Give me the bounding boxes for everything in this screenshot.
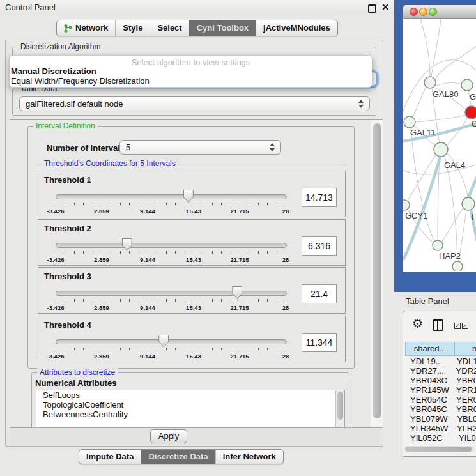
list-item-topologicalcoefficient[interactable]: TopologicalCoefficient [36,400,344,410]
scrollbar-thumb[interactable] [373,123,381,418]
spinner-stepper-icon[interactable] [270,143,275,151]
threshold-slider-thumb[interactable] [183,190,194,203]
combo-stepper-icon[interactable] [358,100,364,108]
slider-tick [286,251,286,256]
zoom-traffic-light-icon[interactable] [429,8,437,16]
slider-tick-label: 28 [282,353,289,360]
table-row[interactable]: YIL052CYIL0 [405,433,476,443]
table-row[interactable]: YBR043CYBR0 [405,376,476,385]
table-row[interactable]: YER054CYER0 [405,395,476,404]
network-edge [413,86,426,117]
tab-style[interactable]: Style [115,20,150,36]
table-row[interactable]: YLR345WYLR3 [405,424,476,433]
network-edge-thick [469,174,476,197]
slider-tick [157,203,157,205]
threshold-value-field[interactable]: 14.713 [302,188,337,207]
network-canvas[interactable]: GAL80GACGAL11GAL4GCY1HHAP2 [403,19,476,271]
tab-network[interactable]: Network [57,20,115,36]
slider-tick [93,348,93,350]
slider-tick [148,203,148,207]
cell-shared-name: YER054C [405,395,452,404]
gear-icon[interactable]: ⚙ [412,318,423,330]
columns-icon[interactable] [433,319,443,331]
threshold-slider-track[interactable] [56,291,287,296]
settings-vertical-scrollbar[interactable] [371,120,383,427]
threshold-slider-thumb[interactable] [232,286,242,299]
tab-cyni-toolbox[interactable]: Cyni Toolbox [189,20,256,36]
threshold-slider-thumb[interactable] [122,238,132,251]
close-traffic-light-icon[interactable] [410,8,418,16]
network-node-GAL80[interactable] [424,77,436,88]
table-row[interactable]: YBL079WYBL0 [405,414,476,424]
table-row[interactable]: YPR145WYPR1 [405,385,476,395]
close-icon[interactable]: ✕ [381,2,389,12]
threshold-value-field[interactable]: 11.344 [302,333,337,352]
dropdown-item-manual-discretization[interactable]: Manual Discretization [11,66,96,76]
threshold-value-field[interactable]: 6.316 [302,236,337,256]
table-row[interactable]: YDR27...YDR2 [405,366,476,376]
slider-tick [56,203,56,207]
slider-tick [120,299,121,302]
slider-tick [267,348,268,350]
slider-tick [175,203,176,205]
cell-name: YPR1 [452,385,476,395]
table-row[interactable]: YBR045CYBR0 [405,404,476,414]
slider-tick [83,348,84,350]
network-node-HAP2[interactable] [433,240,443,250]
network-node-GAL11[interactable] [404,116,415,128]
minimize-traffic-light-icon[interactable] [419,8,427,16]
threshold-slider-track[interactable] [56,339,287,344]
table-horizontal-scrollbar[interactable] [404,446,475,452]
slider-tick [221,251,222,254]
threshold-row-3: Threshold 3-3.4262.8599.14415.4321.71528… [38,267,346,314]
slider-tick-label: 2.859 [94,353,109,360]
settings-scroll-area: Interval Definition Number of Intervals … [10,119,383,428]
attributes-list-scrollbar[interactable] [335,390,344,427]
threshold-slider-track[interactable] [56,194,287,199]
apply-button[interactable]: Apply [150,429,187,443]
network-node-partial[interactable] [452,261,463,271]
slider-tick [111,348,111,350]
slider-tick [175,348,176,350]
cell-name: YBL0 [452,414,476,424]
control-panel: Control Panel ✕ Network Style Select Cyn… [0,0,394,476]
tab-discretize-data[interactable]: Discretize Data [141,450,215,464]
network-node-GCY1[interactable] [403,200,410,210]
checkbox-icon-1[interactable]: ✓ [454,323,461,329]
float-icon[interactable] [368,4,376,13]
threshold-slider-thumb[interactable] [158,335,169,348]
table-row[interactable]: YDL19...YDL1 [405,357,476,366]
network-node-GA[interactable] [461,79,473,91]
threshold-value-field[interactable]: 21.4 [302,284,337,303]
node-label: GCY1 [405,211,427,220]
network-node-H[interactable] [462,197,475,210]
slider-tick [102,203,102,207]
tab-infer-network[interactable]: Infer Network [215,450,283,464]
table-panel-section: Table Panel ⚙ ✓ ✓ shared... name YDL19..… [394,292,476,476]
tab-impute-data[interactable]: Impute Data [79,450,141,464]
slider-tick [221,203,222,205]
column-header-name[interactable]: name [454,342,476,356]
number-of-intervals-spinner[interactable]: 5 [119,140,281,155]
slider-tick-label: 28 [282,256,289,263]
network-node-C[interactable] [465,106,476,119]
slider-tick-label: -3.426 [47,353,65,360]
list-item-betweennesscentrality[interactable]: BetweennessCentrality [36,410,344,419]
slider-tick-label: 21.715 [230,353,249,360]
threshold-label: Threshold 3 [44,272,91,281]
dropdown-item-equal-width-frequency[interactable]: Equal Width/Frequency Discretization [11,76,150,86]
threshold-slider-track[interactable] [56,243,287,248]
tab-jactivemnodules[interactable]: jActiveMNodules [256,20,337,36]
network-window-titlebar[interactable] [403,5,476,19]
network-node-GAL4[interactable] [434,142,448,157]
checkbox-icon-2[interactable]: ✓ [462,323,468,329]
cell-name: YBR0 [452,376,476,385]
desktop-background: GAL80GACGAL11GAL4GCY1HHAP2 [394,0,476,292]
slider-tick [74,251,75,254]
dropdown-placeholder-item[interactable]: Select algorithm to view settings [10,58,372,67]
list-item-selfloops[interactable]: SelfLoops [36,390,344,400]
column-header-shared[interactable]: shared... [405,342,454,356]
tab-select[interactable]: Select [150,20,188,36]
slider-tick [194,251,194,256]
table-data-combobox[interactable]: galFiltered.sif default node [19,96,370,111]
